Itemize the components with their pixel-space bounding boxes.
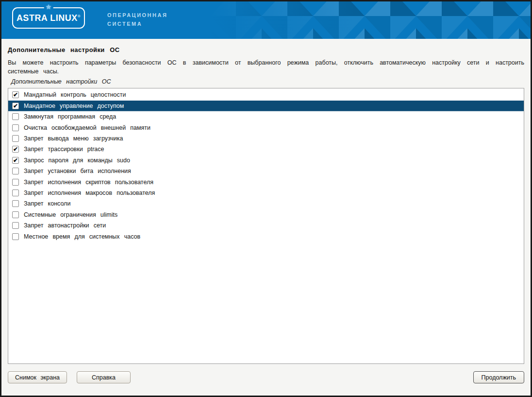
option-row[interactable]: Местное время для системных часов — [8, 231, 524, 242]
footer-bar: Снимок экрана Справка Продолжить — [1, 371, 531, 383]
option-label: Запрет установки бита исполнения — [24, 168, 131, 174]
checkbox[interactable]: ✔ — [12, 157, 19, 164]
logo-brand-text: ASTRA LINUX® — [17, 13, 81, 23]
installer-window: ★ ASTRA LINUX® ОПЕРАЦИОННАЯСИСТЕМА Допол… — [0, 0, 532, 397]
option-label: Запрос пароля для команды sudo — [24, 157, 130, 164]
page-title: Дополнительные настройки ОС — [8, 46, 524, 53]
option-row[interactable]: Замкнутая программная среда — [8, 111, 524, 122]
option-row[interactable]: Запрет вывода меню загрузчика — [8, 133, 524, 144]
option-label: Очистка освобождаемой внешней памяти — [24, 124, 150, 131]
product-name: ОПЕРАЦИОННАЯСИСТЕМА — [107, 11, 167, 28]
option-row[interactable]: Запрет консоли — [8, 198, 524, 209]
option-row[interactable]: ✔ Запрет трассировки ptrace — [8, 144, 524, 155]
help-button[interactable]: Справка — [77, 371, 131, 383]
checkbox[interactable] — [12, 222, 19, 229]
options-list[interactable]: ✔ Мандатный контроль целостности ✔ Манда… — [8, 88, 524, 364]
option-row[interactable]: ✔ Мандатное управление доступом — [8, 101, 524, 111]
option-row[interactable]: Системные ограничения ulimits — [8, 209, 524, 220]
option-row[interactable]: ✔ Мандатный контроль целостности — [8, 89, 524, 100]
checkbox[interactable]: ✔ — [12, 91, 19, 98]
checkbox[interactable] — [12, 168, 19, 174]
option-label: Мандатное управление доступом — [24, 103, 124, 109]
checkbox[interactable] — [12, 211, 19, 218]
option-row[interactable]: Запрет исполнения скриптов пользователя — [8, 176, 524, 187]
option-label: Запрет консоли — [24, 200, 70, 207]
option-label: Системные ограничения ulimits — [24, 211, 117, 218]
option-label: Запрет исполнения скриптов пользователя — [24, 179, 153, 186]
option-label: Запрет исполнения макросов пользователя — [24, 190, 155, 196]
option-row[interactable]: Запрет исполнения макросов пользователя — [8, 188, 524, 198]
checkbox[interactable]: ✔ — [12, 103, 19, 109]
page-description: Вы можете настроить параметры безопаснос… — [8, 58, 524, 76]
checkbox[interactable]: ✔ — [12, 146, 19, 153]
checkbox[interactable] — [12, 124, 19, 131]
option-label: Запрет трассировки ptrace — [24, 146, 104, 153]
header-banner: ★ ASTRA LINUX® ОПЕРАЦИОННАЯСИСТЕМА — [1, 1, 531, 39]
option-row[interactable]: ✔ Запрос пароля для команды sudo — [8, 155, 524, 166]
star-icon: ★ — [44, 3, 53, 10]
screenshot-button[interactable]: Снимок экрана — [8, 371, 67, 383]
page-subtitle: Дополнительные настройки ОС — [11, 78, 524, 85]
checkbox[interactable] — [12, 179, 19, 186]
checkbox[interactable] — [12, 190, 19, 196]
header-pattern — [210, 1, 531, 39]
checkbox[interactable] — [12, 135, 19, 142]
option-row[interactable]: Запрет установки бита исполнения — [8, 166, 524, 176]
page-content: Дополнительные настройки ОС Вы можете на… — [1, 46, 531, 364]
continue-button[interactable]: Продолжить — [473, 371, 524, 383]
registered-mark: ® — [78, 14, 81, 18]
checkbox[interactable] — [12, 113, 19, 120]
checkbox[interactable] — [12, 233, 19, 240]
checkbox[interactable] — [12, 200, 19, 207]
option-label: Запрет автонастройки сети — [24, 222, 106, 229]
option-label: Замкнутая программная среда — [24, 113, 116, 120]
option-row[interactable]: Запрет автонастройки сети — [8, 220, 524, 231]
option-row[interactable]: Очистка освобождаемой внешней памяти — [8, 122, 524, 133]
astra-linux-logo: ★ ASTRA LINUX® — [12, 7, 85, 29]
option-label: Местное время для системных часов — [24, 233, 140, 240]
option-label: Мандатный контроль целостности — [24, 91, 126, 98]
option-label: Запрет вывода меню загрузчика — [24, 135, 123, 142]
